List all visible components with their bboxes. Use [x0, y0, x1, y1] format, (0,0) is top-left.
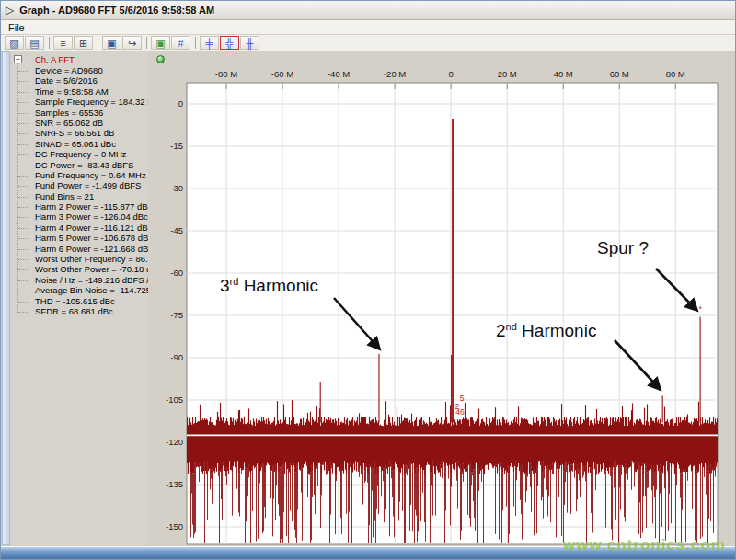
svg-text:0: 0	[178, 98, 183, 109]
tree-item[interactable]: Worst Other Power = -70.18 dBFS	[11, 264, 148, 274]
svg-text:-120: -120	[166, 437, 183, 447]
svg-text:-30: -30	[170, 183, 183, 193]
svg-text:-40 M: -40 M	[328, 69, 350, 79]
svg-text:-80 M: -80 M	[215, 69, 237, 79]
app-icon: ▷	[6, 5, 14, 16]
tree-item[interactable]: Sample Frequency = 184.32 MHz	[11, 97, 148, 107]
annotation-harmonic-3: 3rd Harmonic	[220, 276, 318, 296]
menu-bar: File	[1, 20, 735, 35]
toolbar-separator	[146, 37, 147, 49]
annotation-harmonic-2: 2nd Harmonic	[496, 321, 596, 341]
fit-horizontal-button[interactable]: ╪	[200, 36, 219, 50]
title-bar: ▷ Graph - AD9680 FFT 5/6/2016 9:58:58 AM	[1, 1, 735, 20]
graph-image-button[interactable]: ▨	[5, 36, 24, 50]
toolbar: ▨▤≡⊞▣↪▣#╪╬╫	[1, 35, 735, 51]
toolbar-separator	[98, 37, 98, 49]
svg-text:-135: -135	[166, 479, 183, 489]
tree-item[interactable]: Fund Frequency = 0.64 MHz	[11, 170, 148, 180]
tree-item[interactable]: DC Power = -83.43 dBFS	[11, 160, 148, 170]
svg-text:0: 0	[448, 69, 453, 79]
window-title: Graph - AD9680 FFT 5/6/2016 9:58:58 AM	[19, 5, 214, 16]
toggle-grid-button[interactable]: #	[171, 36, 190, 50]
tree-item[interactable]: DC Frequency = 0 MHz	[11, 149, 148, 159]
fit-all-button[interactable]: ╬	[220, 36, 239, 50]
tree-root-label: Ch. A FFT	[35, 54, 75, 64]
tree-item[interactable]: SFDR = 68.681 dBc	[11, 306, 148, 316]
tree-item[interactable]: Samples = 65536	[11, 108, 148, 118]
tree-item[interactable]: SNRFS = 66.561 dB	[11, 128, 148, 138]
input-settings-button[interactable]: ⊞	[74, 36, 93, 50]
tree-item[interactable]: Date = 5/6/2016	[11, 75, 148, 86]
graph-form-button[interactable]: ▤	[25, 36, 44, 50]
left-scrollbar[interactable]	[2, 51, 10, 545]
svg-text:-15: -15	[170, 141, 183, 151]
fft-plot-panel: -80 M-60 M-40 M-20 M020 M40 M60 M80 M0-1…	[153, 51, 735, 549]
svg-text:-90: -90	[170, 352, 183, 362]
tree-item[interactable]: SNR = 65.062 dB	[11, 118, 148, 128]
toolbar-separator	[195, 37, 196, 49]
svg-text:20 M: 20 M	[498, 69, 517, 79]
fft-stats-panel: − Ch. A FFT Device = AD9680Date = 5/6/20…	[11, 51, 149, 545]
tree-item[interactable]: Worst Other Frequency = 86.31 MHz	[11, 254, 148, 264]
svg-text:40 M: 40 M	[554, 69, 573, 79]
fit-vertical-button[interactable]: ╫	[240, 36, 259, 50]
svg-text:-45: -45	[170, 225, 183, 235]
tree-item[interactable]: Average Bin Noise = -114.725 dBFS	[11, 285, 148, 295]
tree-item[interactable]: THD = -105.615 dBc	[11, 296, 148, 306]
tree-item[interactable]: Harm 4 Power = -116.121 dBc	[11, 223, 148, 233]
properties-list-button[interactable]: ≡	[53, 36, 73, 50]
watermark-text: www.cntronics.com	[563, 536, 726, 554]
save-button[interactable]: ▣	[102, 36, 121, 50]
svg-text:60 M: 60 M	[610, 69, 629, 79]
toolbar-separator	[49, 37, 50, 49]
menu-file[interactable]: File	[1, 21, 32, 34]
app-window: ▷ Graph - AD9680 FFT 5/6/2016 9:58:58 AM…	[0, 0, 736, 560]
tree-item[interactable]: Time = 9:58:58 AM	[11, 86, 148, 97]
annotation-spur: Spur ?	[597, 238, 649, 258]
fft-chart: -80 M-60 M-40 M-20 M020 M40 M60 M80 M0-1…	[153, 51, 735, 549]
svg-text:-150: -150	[166, 521, 183, 531]
svg-text:80 M: 80 M	[666, 69, 685, 79]
svg-text:-60 M: -60 M	[271, 69, 293, 79]
tree-item[interactable]: Harm 5 Power = -106.678 dBc	[11, 233, 148, 243]
content-area: − Ch. A FFT Device = AD9680Date = 5/6/20…	[1, 51, 735, 547]
tree-item[interactable]: Fund Power = -1.499 dBFS	[11, 180, 148, 190]
tree-item[interactable]: Noise / Hz = -149.216 dBFS / Hz	[11, 275, 148, 285]
pause-updates-button[interactable]: ▣	[151, 36, 170, 50]
export-button[interactable]: ↪	[122, 36, 142, 50]
svg-text:-75: -75	[170, 310, 183, 320]
tree-collapse-icon[interactable]: −	[14, 55, 22, 63]
tree-item[interactable]: Fund Bins = 21	[11, 191, 148, 201]
svg-text:-20 M: -20 M	[384, 69, 406, 79]
svg-text:46: 46	[455, 407, 465, 417]
tree-root-ch-a-fft[interactable]: − Ch. A FFT	[11, 53, 148, 65]
tree-item[interactable]: Harm 6 Power = -121.668 dBc	[11, 244, 148, 254]
tree-items: Device = AD9680Date = 5/6/2016Time = 9:5…	[11, 65, 148, 316]
tree-item[interactable]: Device = AD9680	[11, 65, 148, 75]
svg-text:5: 5	[460, 394, 465, 403]
svg-text:-60: -60	[170, 268, 183, 278]
tree-item[interactable]: Harm 2 Power = -115.877 dBc	[11, 201, 148, 211]
tree-item[interactable]: SINAD = 65.061 dBc	[11, 139, 148, 149]
svg-text:-105: -105	[166, 394, 183, 405]
tree-item[interactable]: Harm 3 Power = -126.04 dBc	[11, 211, 148, 222]
